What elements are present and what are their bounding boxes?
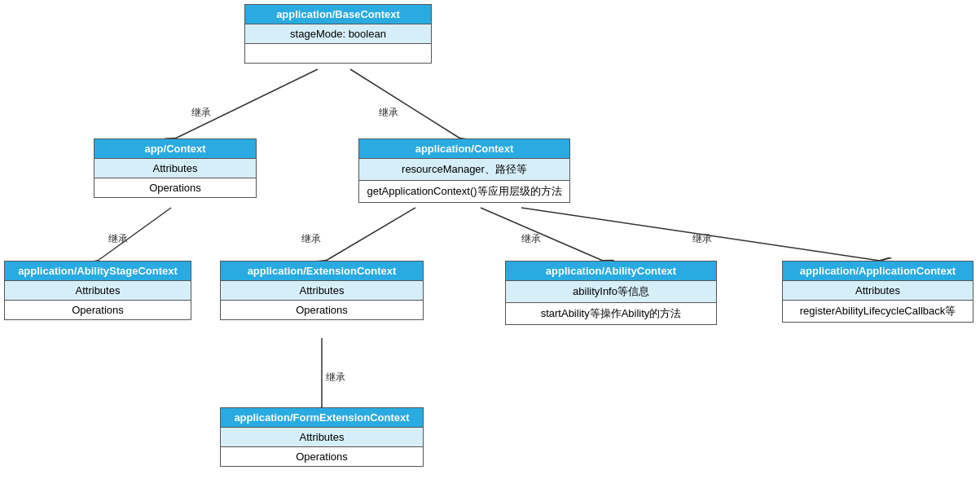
inherit-label-6: 继承 — [692, 232, 712, 246]
formextensioncontext-operations: Operations — [221, 447, 423, 466]
formextensioncontext-attributes: Attributes — [221, 428, 423, 447]
appcontext-attributes: Attributes — [94, 159, 256, 178]
formextensioncontext-header: application/FormExtensionContext — [221, 408, 423, 428]
applicationcontext-operations: getApplicationContext()等应用层级的方法 — [359, 181, 569, 202]
inherit-label-4: 继承 — [301, 232, 321, 246]
applicationcontext-header: application/Context — [359, 139, 569, 159]
appcontextclass-attributes: Attributes — [783, 281, 973, 301]
appcontextclass-header: application/ApplicationContext — [783, 261, 973, 281]
extensioncontext-header: application/ExtensionContext — [221, 261, 423, 281]
inherit-label-7: 继承 — [326, 371, 345, 385]
appcontext-operations: Operations — [94, 178, 256, 197]
basecontext-header: application/BaseContext — [245, 5, 431, 24]
abilitystagecontext-operations: Operations — [5, 301, 191, 319]
inherit-label-1: 继承 — [191, 106, 211, 120]
basecontext-box: application/BaseContext stageMode: boole… — [244, 4, 432, 64]
abilitystagecontext-box: application/AbilityStageContext Attribut… — [4, 261, 191, 320]
appcontext-header: app/Context — [94, 139, 256, 159]
diagram-container: application/BaseContext stageMode: boole… — [0, 0, 980, 501]
extensioncontext-box: application/ExtensionContext Attributes … — [220, 261, 424, 320]
appcontextclass-operations: registerAbilityLifecycleCallback等 — [783, 301, 973, 322]
basecontext-attributes: stageMode: boolean — [245, 24, 431, 44]
abilitycontext-box: application/AbilityContext abilityInfo等信… — [505, 261, 717, 325]
inherit-label-5: 继承 — [521, 232, 541, 246]
abilitycontext-header: application/AbilityContext — [506, 261, 716, 281]
applicationcontext-attributes: resourceManager、路径等 — [359, 159, 569, 181]
abilitycontext-attributes: abilityInfo等信息 — [506, 281, 716, 303]
appcontext-box: app/Context Attributes Operations — [94, 138, 257, 198]
svg-line-2 — [350, 69, 460, 138]
svg-line-5 — [481, 208, 603, 261]
abilitycontext-operations: startAbility等操作Ability的方法 — [506, 303, 716, 324]
inherit-label-2: 继承 — [379, 106, 398, 120]
extensioncontext-attributes: Attributes — [221, 281, 423, 301]
inherit-label-3: 继承 — [108, 232, 128, 246]
svg-line-4 — [326, 208, 415, 261]
abilitystagecontext-attributes: Attributes — [5, 281, 191, 301]
basecontext-empty — [245, 44, 431, 63]
formextensioncontext-box: application/FormExtensionContext Attribu… — [220, 407, 424, 467]
svg-line-1 — [175, 69, 318, 138]
abilitystagecontext-header: application/AbilityStageContext — [5, 261, 191, 281]
applicationcontext-box: application/Context resourceManager、路径等 … — [358, 138, 570, 203]
extensioncontext-operations: Operations — [221, 301, 423, 319]
arrows-svg — [0, 0, 980, 501]
appcontextclass-box: application/ApplicationContext Attribute… — [782, 261, 973, 323]
